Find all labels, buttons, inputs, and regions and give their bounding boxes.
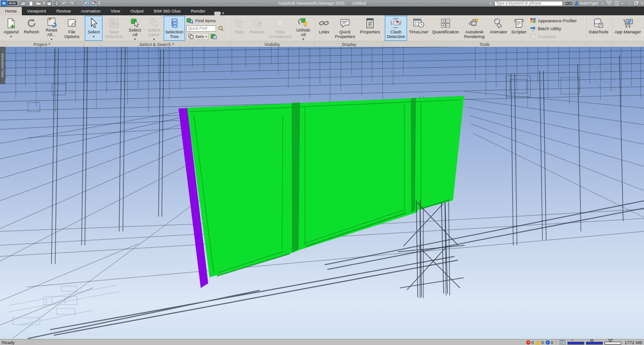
close-button[interactable]: × <box>641 1 643 6</box>
print-icon[interactable] <box>54 1 59 6</box>
qat-customize-icon[interactable]: ▾ <box>98 1 100 5</box>
pencil-progress-meter: ✎ <box>567 339 584 345</box>
infocenter-collapse-icon[interactable]: ▸ <box>490 1 491 5</box>
select-all-button[interactable]: Select All ▾ <box>126 16 144 41</box>
signed-in-user[interactable]: teamTqaz ▾ <box>574 1 603 6</box>
scripter-button[interactable]: Scripter <box>509 16 529 41</box>
select-search-panel-caret-icon: ▾ <box>172 42 174 46</box>
minimize-button[interactable]: – <box>629 1 631 6</box>
autodesk-rendering-button[interactable]: Autodesk Rendering <box>461 16 488 41</box>
display-panel-label[interactable]: Display <box>315 41 383 47</box>
appearance-profiler-button[interactable]: Appearance Profiler <box>530 17 583 24</box>
select-all-icon <box>129 17 140 28</box>
refresh-button[interactable]: Refresh <box>21 16 42 41</box>
tab-bim360glue[interactable]: BIM 360 Glue <box>149 7 186 15</box>
selection-tree-side-tab[interactable]: Selection Tree <box>0 47 5 84</box>
manage-sets-icon[interactable] <box>210 33 217 39</box>
restore-button[interactable] <box>634 2 638 5</box>
redo-icon[interactable]: ↷ <box>69 1 74 6</box>
quick-find-input[interactable] <box>186 26 216 32</box>
tab-viewpoint[interactable]: Viewpoint <box>22 7 51 15</box>
unhide-all-button[interactable]: Unhide All ▾ <box>293 16 313 41</box>
append-button[interactable]: Append ▾ <box>1 16 21 41</box>
ribbon: Append ▾ Refresh Reset All... ▾ <box>0 15 644 47</box>
save-icon[interactable] <box>46 1 52 6</box>
select-tool-icon[interactable] <box>83 1 89 6</box>
file-options-icon <box>66 17 77 30</box>
compare-button[interactable]: Compare <box>530 32 583 40</box>
app-manager-button[interactable]: App Manager <box>613 16 643 41</box>
help-caret-icon[interactable]: ▾ <box>622 2 623 5</box>
help-icon[interactable]: ? <box>614 1 619 6</box>
datatools-panel-label[interactable] <box>586 41 612 47</box>
ribbon-panel-datatools: DataTools <box>586 15 612 47</box>
navisworks-logo-icon[interactable]: N <box>1 0 7 6</box>
sets-dropdown[interactable]: Sets ▾ <box>186 33 209 40</box>
clash-detective-button[interactable]: Clash Detective <box>385 16 407 41</box>
tab-view[interactable]: View <box>106 7 125 15</box>
sheet-browser-button[interactable] <box>559 340 566 345</box>
undo-icon[interactable]: ↶ <box>61 1 67 6</box>
search-binoculars-icon[interactable] <box>566 1 572 6</box>
file-options-button[interactable]: File Options <box>61 16 83 41</box>
properties-button[interactable]: Properties <box>357 16 383 41</box>
quick-properties-button[interactable]: Quick Properties <box>332 16 357 41</box>
tools-panel-label[interactable]: Tools <box>384 41 585 47</box>
tab-home[interactable]: Home <box>0 7 22 15</box>
status-message: Ready <box>0 340 14 345</box>
new-file-icon[interactable] <box>28 1 34 6</box>
select-button[interactable]: Select ▾ <box>85 16 102 41</box>
hide-button[interactable]: Hide <box>231 16 248 41</box>
ribbon-panel-app-manager: App Manager <box>612 15 644 47</box>
tab-animation[interactable]: Animation <box>76 7 106 15</box>
append-caret-icon[interactable]: ▾ <box>10 35 12 38</box>
application-menu-icon[interactable] <box>21 1 26 6</box>
select-box-tool-icon[interactable] <box>91 1 96 6</box>
find-items-button[interactable]: Find Items <box>186 17 227 24</box>
info-counter[interactable]: i 0 <box>546 340 553 345</box>
hide-unselected-icon <box>274 17 286 30</box>
batch-utility-icon <box>530 26 536 31</box>
save-selection-button[interactable]: Save Selection <box>102 16 126 41</box>
store-cart-icon[interactable] <box>606 0 612 6</box>
select-mode-dim-icon[interactable] <box>76 1 82 6</box>
sets-row: Sets ▾ <box>186 32 227 40</box>
tab-output[interactable]: Output <box>125 7 149 15</box>
datatools-button[interactable]: DataTools <box>587 16 611 41</box>
select-same-button[interactable]: Select Same ▾ <box>144 16 164 41</box>
refresh-icon <box>26 17 37 30</box>
clash-detective-icon <box>390 17 402 30</box>
quantification-button[interactable]: Quantification <box>430 16 461 41</box>
open-caret-icon[interactable]: ▾ <box>43 1 45 5</box>
statusbar-separator <box>556 340 556 345</box>
tab-render[interactable]: Render <box>186 7 210 15</box>
warning-counter[interactable]: 0 <box>536 340 543 345</box>
timeliner-button[interactable]: TimeLiner <box>407 16 430 41</box>
select-caret-icon[interactable]: ▾ <box>93 35 95 38</box>
selection-tree-button[interactable]: Selection Tree <box>164 16 185 41</box>
infocenter-search-input[interactable] <box>494 1 563 6</box>
quick-find-search-icon[interactable] <box>218 26 224 32</box>
viewport-canvas[interactable] <box>0 47 644 339</box>
require-button[interactable]: Require <box>248 16 267 41</box>
ribbon-display-toggle[interactable]: ▾ <box>214 11 224 15</box>
select-same-icon <box>148 17 159 28</box>
user-caret-icon[interactable]: ▾ <box>602 2 603 5</box>
open-file-icon[interactable] <box>36 1 41 6</box>
error-counter[interactable]: × 0 <box>526 340 534 345</box>
app-manager-panel-label[interactable] <box>612 41 644 47</box>
ribbon-panel-visibility: Hide Require Hide Unselected <box>230 15 315 47</box>
reset-all-button[interactable]: Reset All... ▾ <box>42 16 61 41</box>
project-panel-label[interactable]: Project ▾ <box>0 41 83 47</box>
batch-utility-button[interactable]: Batch Utility <box>530 25 583 32</box>
visibility-panel-label[interactable]: Visibility <box>230 41 314 47</box>
status-bar: Ready × 0 0 i 0 ✎ <box>0 339 644 345</box>
select-search-panel-label[interactable]: Select & Search ▾ <box>84 41 230 47</box>
quick-properties-icon <box>339 17 351 30</box>
ribbon-state-caret-icon[interactable]: ▾ <box>222 11 224 15</box>
app-manager-icon <box>622 17 634 30</box>
hide-unselected-button[interactable]: Hide Unselected <box>267 16 293 41</box>
links-button[interactable]: Links <box>316 16 332 41</box>
tab-review[interactable]: Review <box>51 7 76 15</box>
animator-button[interactable]: Animator <box>488 16 509 41</box>
